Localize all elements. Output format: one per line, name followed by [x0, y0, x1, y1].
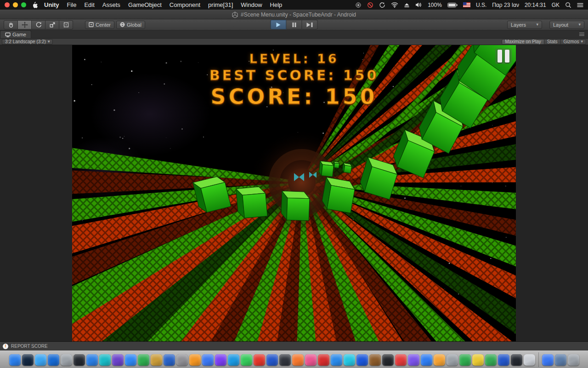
play-button[interactable] — [271, 20, 287, 29]
dock-icon-8[interactable] — [99, 354, 111, 366]
dock-icon-20[interactable] — [254, 354, 265, 366]
console-status-bar[interactable]: ! REPORT SCORE — [0, 341, 588, 351]
apple-menu[interactable] — [32, 1, 38, 8]
dock-icon-17[interactable] — [215, 354, 226, 366]
dock-icon-25[interactable] — [318, 354, 329, 366]
tab-menu-icon[interactable] — [579, 33, 584, 36]
maximize-on-play-button[interactable]: Maximize on Play — [502, 39, 544, 45]
rotate-tool-button[interactable] — [32, 20, 45, 29]
game-pause-button[interactable] — [495, 48, 512, 64]
step-button[interactable] — [302, 20, 318, 29]
dock-icon-18[interactable] — [228, 354, 239, 366]
stats-button[interactable]: Stats — [544, 39, 561, 45]
aspect-dropdown[interactable]: 3:2 Landscape (3:2) ▾ — [2, 39, 53, 45]
dock-icon-29[interactable] — [369, 354, 381, 366]
dock-icon-30[interactable] — [382, 354, 394, 366]
volume-icon[interactable] — [415, 2, 422, 8]
rect-tool-button[interactable] — [59, 20, 73, 29]
pivot-toggle-button[interactable]: Center — [85, 21, 114, 29]
dock-icon-6[interactable] — [74, 354, 85, 366]
hand-tool-button[interactable] — [4, 20, 18, 29]
dock-icon-19[interactable] — [241, 354, 252, 366]
dock-icon-13[interactable] — [164, 354, 175, 366]
scale-tool-button[interactable] — [45, 20, 59, 29]
menubar-clock[interactable]: 20:14:31 — [525, 2, 546, 8]
dock-icon-27[interactable] — [344, 354, 355, 366]
gizmos-dropdown[interactable]: Gizmos ▾ — [561, 39, 586, 45]
layers-label: Layers — [511, 22, 526, 28]
battery-icon[interactable] — [447, 2, 458, 8]
dock-icon-2[interactable] — [22, 354, 34, 366]
menu-component[interactable]: Component — [170, 1, 200, 8]
console-message: REPORT SCORE — [11, 344, 48, 349]
dock-icon-21[interactable] — [266, 354, 278, 366]
layers-dropdown[interactable]: Layers ▾ — [507, 21, 542, 29]
dock-icon-43[interactable] — [555, 354, 566, 366]
wifi-icon[interactable] — [391, 2, 398, 8]
user-menu[interactable]: GK — [552, 2, 560, 8]
unity-logo-icon — [232, 12, 238, 18]
game-viewport[interactable]: LEVEL: 16 BEST SCORE: 150 SCORE: 150 — [72, 45, 516, 341]
dock-icon-23[interactable] — [292, 354, 304, 366]
notification-center-icon[interactable] — [577, 2, 583, 8]
dock-icon-11[interactable] — [138, 354, 149, 366]
dock-icon-26[interactable] — [331, 354, 342, 366]
eject-icon[interactable] — [404, 2, 410, 8]
dock-icon-41[interactable] — [524, 354, 535, 366]
dock-icon-39[interactable] — [498, 354, 509, 366]
tab-game[interactable]: Game — [0, 30, 31, 38]
dock-icon-28[interactable] — [356, 354, 368, 366]
minimize-button[interactable] — [13, 2, 18, 7]
dock-icon-7[interactable] — [86, 354, 98, 366]
dock-icon-5[interactable] — [61, 354, 72, 366]
dock-icon-22[interactable] — [279, 354, 291, 366]
dock-icon-1[interactable] — [9, 354, 21, 366]
space-label: Global — [127, 22, 141, 28]
dock-icon-42[interactable] — [542, 354, 554, 366]
dock-icon-32[interactable] — [408, 354, 419, 366]
time-machine-icon[interactable] — [379, 2, 385, 8]
dock-icon-14[interactable] — [176, 354, 188, 366]
close-button[interactable] — [5, 2, 10, 7]
dock-icon-12[interactable] — [151, 354, 162, 366]
menu-assets[interactable]: Assets — [102, 1, 120, 8]
dock-icon-24[interactable] — [305, 354, 317, 366]
dock-icon-9[interactable] — [112, 354, 124, 366]
keyboard-layout-flag-icon[interactable] — [463, 2, 470, 7]
dock-icon-3[interactable] — [35, 354, 46, 366]
layout-dropdown[interactable]: Layout ▾ — [549, 21, 584, 29]
menu-help[interactable]: Help — [270, 1, 283, 8]
do-not-disturb-icon[interactable] — [367, 2, 373, 8]
dock-icon-4[interactable] — [48, 354, 59, 366]
menubar-date[interactable]: Παρ 23 Ιαν — [492, 2, 519, 8]
dock-icon-40[interactable] — [511, 354, 522, 366]
dock-icon-35[interactable] — [447, 354, 458, 366]
chevron-down-icon: ▾ — [48, 40, 50, 44]
menu-edit[interactable]: Edit — [84, 1, 94, 8]
layout-label: Layout — [553, 22, 568, 28]
menu-window[interactable]: Window — [241, 1, 262, 8]
menu-unity[interactable]: Unity — [44, 1, 59, 8]
dock-icon-44[interactable] — [568, 354, 579, 366]
dock-icon-33[interactable] — [421, 354, 432, 366]
menu-prime-31-[interactable]: prime[31] — [208, 1, 233, 8]
spotlight-icon[interactable] — [565, 2, 571, 8]
menu-file[interactable]: File — [67, 1, 77, 8]
dock-icon-16[interactable] — [202, 354, 214, 366]
dock-icon-10[interactable] — [125, 354, 136, 366]
menubar-app-icon[interactable] — [355, 2, 362, 8]
dock-icon-31[interactable] — [395, 354, 407, 366]
dock-icon-37[interactable] — [472, 354, 484, 366]
dock-icon-34[interactable] — [434, 354, 445, 366]
dock-icon-38[interactable] — [485, 354, 497, 366]
menu-gameobject[interactable]: GameObject — [128, 1, 162, 8]
pause-button[interactable] — [287, 20, 302, 29]
keyboard-layout-label[interactable]: U.S. — [476, 2, 486, 8]
window-controls — [5, 2, 26, 7]
space-toggle-button[interactable]: Global — [116, 21, 145, 29]
tab-game-label: Game — [12, 32, 26, 37]
dock-icon-15[interactable] — [189, 354, 201, 366]
dock-icon-36[interactable] — [459, 354, 471, 366]
zoom-button[interactable] — [21, 2, 26, 7]
move-tool-button[interactable] — [18, 20, 32, 29]
